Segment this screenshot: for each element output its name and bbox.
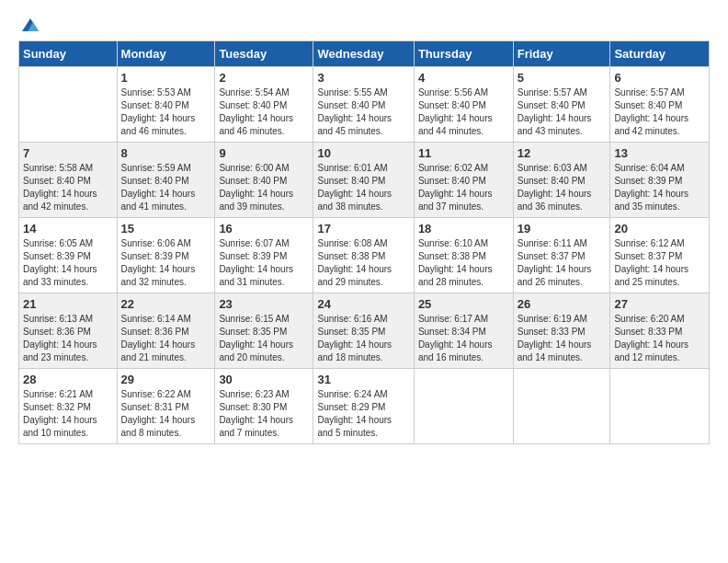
day-info: Sunrise: 5:57 AM Sunset: 8:40 PM Dayligh… xyxy=(614,86,705,138)
page-header xyxy=(18,15,710,31)
calendar-cell: 5Sunrise: 5:57 AM Sunset: 8:40 PM Daylig… xyxy=(513,67,610,143)
day-info: Sunrise: 6:20 AM Sunset: 8:33 PM Dayligh… xyxy=(614,313,705,364)
calendar-cell: 10Sunrise: 6:01 AM Sunset: 8:40 PM Dayli… xyxy=(313,143,414,218)
column-header-monday: Monday xyxy=(117,41,215,67)
logo-icon xyxy=(20,15,40,35)
day-info: Sunrise: 5:58 AM Sunset: 8:40 PM Dayligh… xyxy=(23,162,113,213)
calendar-cell: 18Sunrise: 6:10 AM Sunset: 8:38 PM Dayli… xyxy=(414,218,513,293)
calendar-cell: 1Sunrise: 5:53 AM Sunset: 8:40 PM Daylig… xyxy=(117,67,215,143)
day-info: Sunrise: 6:03 AM Sunset: 8:40 PM Dayligh… xyxy=(518,162,607,213)
calendar-cell: 17Sunrise: 6:08 AM Sunset: 8:38 PM Dayli… xyxy=(313,218,414,293)
day-info: Sunrise: 5:57 AM Sunset: 8:40 PM Dayligh… xyxy=(518,86,607,138)
day-number: 20 xyxy=(614,222,705,236)
day-number: 5 xyxy=(518,71,607,85)
day-number: 11 xyxy=(418,146,509,160)
day-number: 14 xyxy=(23,222,113,236)
day-info: Sunrise: 5:53 AM Sunset: 8:40 PM Dayligh… xyxy=(121,86,211,138)
calendar-cell: 24Sunrise: 6:16 AM Sunset: 8:35 PM Dayli… xyxy=(313,293,414,369)
day-info: Sunrise: 5:59 AM Sunset: 8:40 PM Dayligh… xyxy=(121,162,211,213)
day-info: Sunrise: 6:01 AM Sunset: 8:40 PM Dayligh… xyxy=(317,162,409,213)
day-info: Sunrise: 6:22 AM Sunset: 8:31 PM Dayligh… xyxy=(121,388,211,440)
calendar-cell: 2Sunrise: 5:54 AM Sunset: 8:40 PM Daylig… xyxy=(215,67,313,143)
calendar-cell xyxy=(19,67,118,143)
day-number: 17 xyxy=(317,222,409,236)
day-number: 26 xyxy=(518,297,607,311)
calendar-cell: 13Sunrise: 6:04 AM Sunset: 8:39 PM Dayli… xyxy=(610,143,710,218)
calendar-cell: 25Sunrise: 6:17 AM Sunset: 8:34 PM Dayli… xyxy=(414,293,513,369)
day-info: Sunrise: 6:14 AM Sunset: 8:36 PM Dayligh… xyxy=(121,313,211,364)
calendar-cell: 29Sunrise: 6:22 AM Sunset: 8:31 PM Dayli… xyxy=(117,369,215,444)
day-number: 2 xyxy=(219,71,309,85)
calendar-cell: 8Sunrise: 5:59 AM Sunset: 8:40 PM Daylig… xyxy=(117,143,215,218)
day-number: 19 xyxy=(518,222,607,236)
calendar-week-row: 28Sunrise: 6:21 AM Sunset: 8:32 PM Dayli… xyxy=(19,369,710,444)
calendar-cell: 19Sunrise: 6:11 AM Sunset: 8:37 PM Dayli… xyxy=(513,218,610,293)
calendar-cell: 9Sunrise: 6:00 AM Sunset: 8:40 PM Daylig… xyxy=(215,143,313,218)
calendar-header-row: SundayMondayTuesdayWednesdayThursdayFrid… xyxy=(19,41,710,67)
day-info: Sunrise: 6:17 AM Sunset: 8:34 PM Dayligh… xyxy=(418,313,509,364)
calendar-week-row: 7Sunrise: 5:58 AM Sunset: 8:40 PM Daylig… xyxy=(19,143,710,218)
day-info: Sunrise: 6:08 AM Sunset: 8:38 PM Dayligh… xyxy=(317,237,409,289)
day-number: 24 xyxy=(317,297,409,311)
day-number: 1 xyxy=(121,71,211,85)
day-number: 25 xyxy=(418,297,509,311)
calendar-cell: 7Sunrise: 5:58 AM Sunset: 8:40 PM Daylig… xyxy=(19,143,118,218)
day-info: Sunrise: 5:55 AM Sunset: 8:40 PM Dayligh… xyxy=(317,86,409,138)
calendar-cell: 26Sunrise: 6:19 AM Sunset: 8:33 PM Dayli… xyxy=(513,293,610,369)
day-info: Sunrise: 6:21 AM Sunset: 8:32 PM Dayligh… xyxy=(23,388,113,440)
column-header-friday: Friday xyxy=(513,41,610,67)
day-number: 7 xyxy=(23,146,113,160)
day-info: Sunrise: 6:12 AM Sunset: 8:37 PM Dayligh… xyxy=(614,237,705,289)
calendar-week-row: 14Sunrise: 6:05 AM Sunset: 8:39 PM Dayli… xyxy=(19,218,710,293)
day-info: Sunrise: 6:04 AM Sunset: 8:39 PM Dayligh… xyxy=(614,162,705,213)
calendar-cell: 11Sunrise: 6:02 AM Sunset: 8:40 PM Dayli… xyxy=(414,143,513,218)
column-header-wednesday: Wednesday xyxy=(313,41,414,67)
calendar-cell: 21Sunrise: 6:13 AM Sunset: 8:36 PM Dayli… xyxy=(19,293,118,369)
calendar-week-row: 21Sunrise: 6:13 AM Sunset: 8:36 PM Dayli… xyxy=(19,293,710,369)
day-number: 15 xyxy=(121,222,211,236)
day-number: 30 xyxy=(219,373,309,386)
day-number: 23 xyxy=(219,297,309,311)
calendar-cell: 28Sunrise: 6:21 AM Sunset: 8:32 PM Dayli… xyxy=(19,369,118,444)
calendar-cell: 6Sunrise: 5:57 AM Sunset: 8:40 PM Daylig… xyxy=(610,67,710,143)
calendar-cell xyxy=(513,369,610,444)
calendar-cell: 27Sunrise: 6:20 AM Sunset: 8:33 PM Dayli… xyxy=(610,293,710,369)
day-info: Sunrise: 6:11 AM Sunset: 8:37 PM Dayligh… xyxy=(518,237,607,289)
day-info: Sunrise: 6:15 AM Sunset: 8:35 PM Dayligh… xyxy=(219,313,309,364)
day-number: 29 xyxy=(121,373,211,386)
calendar-cell xyxy=(414,369,513,444)
day-info: Sunrise: 6:07 AM Sunset: 8:39 PM Dayligh… xyxy=(219,237,309,289)
day-number: 28 xyxy=(23,373,113,386)
day-number: 22 xyxy=(121,297,211,311)
calendar-cell: 12Sunrise: 6:03 AM Sunset: 8:40 PM Dayli… xyxy=(513,143,610,218)
calendar-cell: 14Sunrise: 6:05 AM Sunset: 8:39 PM Dayli… xyxy=(19,218,118,293)
day-info: Sunrise: 5:54 AM Sunset: 8:40 PM Dayligh… xyxy=(219,86,309,138)
calendar-cell xyxy=(610,369,710,444)
day-info: Sunrise: 6:19 AM Sunset: 8:33 PM Dayligh… xyxy=(518,313,607,364)
day-info: Sunrise: 6:13 AM Sunset: 8:36 PM Dayligh… xyxy=(23,313,113,364)
calendar-cell: 31Sunrise: 6:24 AM Sunset: 8:29 PM Dayli… xyxy=(313,369,414,444)
day-number: 9 xyxy=(219,146,309,160)
day-number: 18 xyxy=(418,222,509,236)
day-info: Sunrise: 6:02 AM Sunset: 8:40 PM Dayligh… xyxy=(418,162,509,213)
column-header-thursday: Thursday xyxy=(414,41,513,67)
day-number: 4 xyxy=(418,71,509,85)
column-header-sunday: Sunday xyxy=(19,41,118,67)
calendar-cell: 15Sunrise: 6:06 AM Sunset: 8:39 PM Dayli… xyxy=(117,218,215,293)
day-number: 12 xyxy=(518,146,607,160)
day-number: 21 xyxy=(23,297,113,311)
calendar-cell: 20Sunrise: 6:12 AM Sunset: 8:37 PM Dayli… xyxy=(610,218,710,293)
calendar-cell: 4Sunrise: 5:56 AM Sunset: 8:40 PM Daylig… xyxy=(414,67,513,143)
day-info: Sunrise: 6:05 AM Sunset: 8:39 PM Dayligh… xyxy=(23,237,113,289)
column-header-saturday: Saturday xyxy=(610,41,710,67)
calendar-cell: 16Sunrise: 6:07 AM Sunset: 8:39 PM Dayli… xyxy=(215,218,313,293)
day-number: 10 xyxy=(317,146,409,160)
calendar-cell: 3Sunrise: 5:55 AM Sunset: 8:40 PM Daylig… xyxy=(313,67,414,143)
calendar-cell: 22Sunrise: 6:14 AM Sunset: 8:36 PM Dayli… xyxy=(117,293,215,369)
day-info: Sunrise: 6:23 AM Sunset: 8:30 PM Dayligh… xyxy=(219,388,309,440)
day-number: 8 xyxy=(121,146,211,160)
day-number: 3 xyxy=(317,71,409,85)
calendar-week-row: 1Sunrise: 5:53 AM Sunset: 8:40 PM Daylig… xyxy=(19,67,710,143)
day-number: 13 xyxy=(614,146,705,160)
day-info: Sunrise: 6:16 AM Sunset: 8:35 PM Dayligh… xyxy=(317,313,409,364)
